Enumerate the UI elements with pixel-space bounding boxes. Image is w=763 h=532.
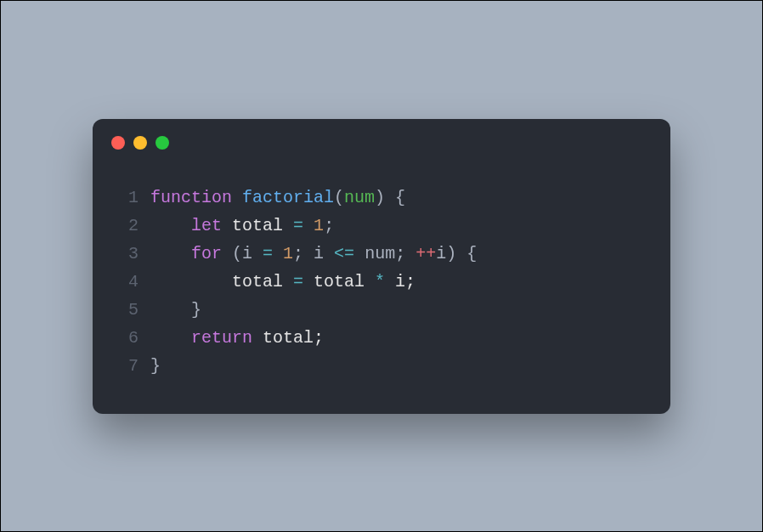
code-line: 2 let total = 1; bbox=[118, 212, 645, 240]
line-number: 3 bbox=[118, 240, 150, 268]
token: for bbox=[191, 244, 222, 263]
token bbox=[273, 244, 283, 263]
line-number: 5 bbox=[118, 296, 150, 324]
token: = bbox=[263, 244, 273, 263]
code-editor: 1function factorial(num) {2 let total = … bbox=[93, 158, 670, 380]
token: factorial bbox=[242, 188, 334, 207]
code-line: 5 } bbox=[118, 296, 645, 324]
token: let bbox=[191, 216, 222, 235]
token bbox=[150, 244, 191, 263]
token: ) { bbox=[375, 188, 405, 207]
token: = bbox=[293, 272, 303, 291]
line-number: 4 bbox=[118, 268, 150, 296]
token: * bbox=[375, 272, 385, 291]
token: ; bbox=[324, 216, 334, 235]
code-content: } bbox=[150, 352, 645, 380]
token: (i bbox=[222, 244, 263, 263]
token bbox=[150, 216, 191, 235]
token bbox=[283, 216, 293, 235]
code-content: } bbox=[150, 296, 645, 324]
token: ; i bbox=[293, 244, 334, 263]
code-content: for (i = 1; i <= num; ++i) { bbox=[150, 240, 645, 268]
code-line: 7} bbox=[118, 352, 645, 380]
line-number: 1 bbox=[118, 184, 150, 212]
token bbox=[232, 188, 242, 207]
token: <= bbox=[334, 244, 354, 263]
close-icon[interactable] bbox=[111, 136, 125, 150]
token bbox=[150, 328, 191, 348]
token bbox=[303, 216, 314, 235]
token: total; bbox=[252, 328, 324, 348]
token: 1 bbox=[314, 216, 324, 235]
titlebar bbox=[93, 119, 670, 158]
code-content: total = total * i; bbox=[150, 268, 645, 296]
line-number: 7 bbox=[118, 352, 150, 380]
token: } bbox=[150, 300, 201, 320]
token: total bbox=[303, 272, 375, 291]
token: ( bbox=[334, 188, 344, 207]
token: i) { bbox=[436, 244, 477, 263]
maximize-icon[interactable] bbox=[155, 136, 169, 150]
minimize-icon[interactable] bbox=[133, 136, 147, 150]
token: function bbox=[150, 188, 232, 207]
code-content: function factorial(num) { bbox=[150, 184, 645, 212]
code-content: return total; bbox=[150, 324, 645, 352]
code-line: 3 for (i = 1; i <= num; ++i) { bbox=[118, 240, 645, 268]
code-window: 1function factorial(num) {2 let total = … bbox=[93, 119, 670, 414]
token: = bbox=[293, 216, 303, 235]
line-number: 2 bbox=[118, 212, 150, 240]
code-content: let total = 1; bbox=[150, 212, 645, 240]
line-number: 6 bbox=[118, 324, 150, 352]
token: return bbox=[191, 328, 252, 348]
token: 1 bbox=[283, 244, 293, 263]
code-line: 6 return total; bbox=[118, 324, 645, 352]
token: total bbox=[232, 216, 283, 235]
token: total bbox=[150, 272, 293, 291]
code-line: 4 total = total * i; bbox=[118, 268, 645, 296]
token: ++ bbox=[415, 244, 436, 263]
token: } bbox=[150, 356, 161, 376]
code-line: 1function factorial(num) { bbox=[118, 184, 645, 212]
token: i; bbox=[385, 272, 415, 291]
token: num; bbox=[354, 244, 415, 263]
token: num bbox=[344, 188, 375, 207]
token bbox=[222, 216, 232, 235]
